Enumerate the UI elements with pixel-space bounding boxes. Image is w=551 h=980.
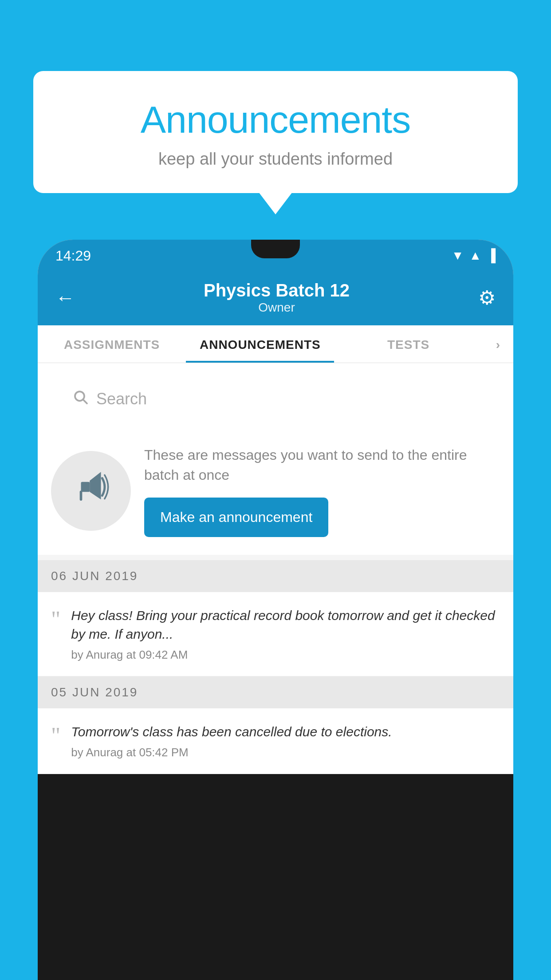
header-subtitle: Owner	[204, 300, 350, 315]
status-bar: 14:29 ▼ ▲ ▐	[38, 240, 513, 272]
announcement-meta-2: by Anurag at 05:42 PM	[71, 746, 500, 759]
search-icon	[72, 389, 88, 409]
quote-icon-1: "	[51, 608, 60, 631]
megaphone-icon	[71, 467, 111, 515]
speech-bubble: Announcements keep all your students inf…	[33, 71, 518, 193]
header-title: Physics Batch 12	[204, 281, 350, 300]
search-placeholder: Search	[96, 390, 147, 408]
wifi-icon: ▼	[452, 249, 464, 263]
search-container-wrapper: Search	[38, 363, 513, 427]
svg-line-1	[83, 400, 87, 403]
tab-announcements[interactable]: ANNOUNCEMENTS	[186, 325, 334, 363]
date-separator-2: 05 JUN 2019	[38, 676, 513, 708]
svg-rect-2	[81, 482, 90, 492]
header-center: Physics Batch 12 Owner	[204, 281, 350, 315]
make-announcement-button[interactable]: Make an announcement	[144, 498, 328, 537]
back-button[interactable]: ←	[55, 287, 75, 309]
announcement-content-2: Tomorrow's class has been cancelled due …	[71, 723, 500, 759]
announcement-item-1[interactable]: " Hey class! Bring your practical record…	[38, 592, 513, 676]
settings-gear-icon[interactable]: ⚙	[478, 286, 496, 309]
battery-icon: ▐	[487, 249, 496, 263]
announcement-meta-1: by Anurag at 09:42 AM	[71, 648, 500, 662]
search-bar[interactable]: Search	[59, 379, 492, 419]
announcement-item-2[interactable]: " Tomorrow's class has been cancelled du…	[38, 708, 513, 774]
quote-icon-2: "	[51, 724, 60, 747]
notch	[251, 240, 300, 258]
announcement-prompt: These are messages you want to send to t…	[38, 427, 513, 555]
tab-more[interactable]: ›	[483, 325, 513, 363]
status-time: 14:29	[55, 248, 91, 264]
tab-assignments[interactable]: ASSIGNMENTS	[38, 325, 186, 363]
phone-screen: 14:29 ▼ ▲ ▐ ← Physics Batch 12 Owner ⚙	[38, 240, 513, 774]
bubble-title: Announcements	[55, 98, 496, 142]
announcement-content-1: Hey class! Bring your practical record b…	[71, 606, 500, 662]
phone-inner: 14:29 ▼ ▲ ▐ ← Physics Batch 12 Owner ⚙	[38, 240, 513, 774]
announcement-text-2: Tomorrow's class has been cancelled due …	[71, 723, 500, 741]
tab-tests[interactable]: TESTS	[334, 325, 482, 363]
signal-icon: ▲	[469, 249, 481, 263]
megaphone-circle	[51, 451, 131, 531]
status-icons: ▼ ▲ ▐	[452, 249, 496, 263]
prompt-right: These are messages you want to send to t…	[144, 445, 500, 537]
phone-container: 14:29 ▼ ▲ ▐ ← Physics Batch 12 Owner ⚙	[38, 240, 513, 980]
prompt-description: These are messages you want to send to t…	[144, 445, 500, 485]
bubble-subtitle: keep all your students informed	[55, 150, 496, 169]
announcement-text-1: Hey class! Bring your practical record b…	[71, 606, 500, 644]
app-header: ← Physics Batch 12 Owner ⚙	[38, 272, 513, 325]
speech-bubble-container: Announcements keep all your students inf…	[33, 71, 518, 193]
date-separator-1: 06 JUN 2019	[38, 560, 513, 592]
tabs-container: ASSIGNMENTS ANNOUNCEMENTS TESTS ›	[38, 325, 513, 363]
phone-frame: 14:29 ▼ ▲ ▐ ← Physics Batch 12 Owner ⚙	[38, 240, 513, 980]
